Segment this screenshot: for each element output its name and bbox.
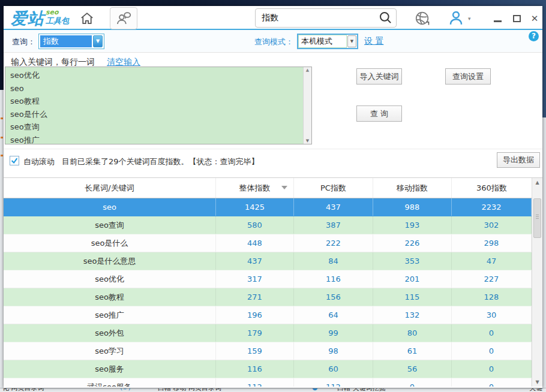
cell-360-index: 0 <box>452 342 532 360</box>
minimize-button[interactable] <box>491 13 504 24</box>
chevron-down-icon[interactable]: ▼ <box>347 35 356 47</box>
cell-pc-index: 112 <box>294 378 373 387</box>
globe-button[interactable] <box>414 10 431 27</box>
home-icon <box>79 11 95 26</box>
cell-overall-index: 580 <box>216 216 294 234</box>
table-row[interactable]: seo外包 179 99 80 0 <box>4 324 532 342</box>
divider <box>4 149 542 149</box>
desktop-artifact <box>1 155 3 156</box>
app-window: 爱站 seo 工具包 <box>4 6 542 388</box>
query-mode-value: 本机模式 <box>298 35 347 48</box>
home-button[interactable] <box>79 11 95 26</box>
scroll-up-icon[interactable]: ▲ <box>532 180 542 185</box>
search-box[interactable]: 指数 <box>255 8 397 28</box>
scroll-down-icon[interactable]: ▼ <box>532 379 542 385</box>
close-icon: ✕ <box>531 14 539 23</box>
person-bubble-icon <box>115 10 133 28</box>
cell-mobile-index: 61 <box>373 342 452 360</box>
cell-360-index: 2232 <box>452 198 532 216</box>
column-header-pc-index[interactable]: PC指数 <box>294 178 373 198</box>
cell-pc-index: 156 <box>294 288 373 306</box>
status-bar: 自动滚动 目前已采集了29个关键词百度指数。【状态：查询完毕】 导出数据 <box>4 151 542 171</box>
query-button[interactable]: 查 询 <box>356 105 402 122</box>
cell-360-index: 302 <box>452 216 532 234</box>
cell-overall-index: 437 <box>216 252 294 270</box>
cell-360-index: 227 <box>452 270 532 288</box>
query-type-select[interactable]: 指数 ▼ <box>38 34 104 49</box>
keyword-textarea[interactable]: seo优化 seo seo教程 seo是什么 seo查询 seo推广 <box>5 67 303 144</box>
background-window-strip: 化 网页目录词(#)白帽 移动 网页目录词●白帽 关键词挖掘关键 <box>0 388 546 392</box>
cell-360-index: 47 <box>452 252 532 270</box>
import-keywords-button[interactable]: 导入关键词 <box>356 68 402 85</box>
cell-pc-index: 222 <box>294 234 373 252</box>
keyword-tool-button[interactable] <box>110 7 137 29</box>
table-row[interactable]: seo推广 196 64 132 30 <box>4 306 532 324</box>
table-row[interactable]: seo查询 580 387 193 302 <box>4 216 532 234</box>
table-row[interactable]: seo教程 271 156 115 128 <box>4 288 532 306</box>
cell-overall-index: 317 <box>216 270 294 288</box>
query-bar: 查询 : 指数 ▼ 查询模式 : 本机模式 ▼ 设 置 ? <box>4 30 542 53</box>
column-header-mobile-index[interactable]: 移动指数 <box>373 178 452 198</box>
maximize-button[interactable] <box>510 13 523 24</box>
cell-overall-index: 448 <box>216 234 294 252</box>
column-header-keyword[interactable]: 长尾词/关键词 <box>4 178 216 198</box>
textarea-scrollbar[interactable]: ▲ ▼ <box>303 67 311 144</box>
cell-keyword: seo优化 <box>4 270 216 288</box>
cell-pc-index: 437 <box>294 198 373 216</box>
cell-keyword: seo推广 <box>4 306 216 324</box>
query-settings-button[interactable]: 查询设置 <box>445 68 491 85</box>
cell-mobile-index: 0 <box>373 378 452 387</box>
desktop-artifact <box>1 137 3 138</box>
table-row[interactable]: 武汉seo服务 112 112 0 0 <box>4 378 532 387</box>
close-button[interactable]: ✕ <box>528 13 541 24</box>
cell-pc-index: 84 <box>294 252 373 270</box>
table-row[interactable]: seo学习 159 98 61 0 <box>4 342 532 360</box>
settings-link[interactable]: 设 置 <box>364 36 383 47</box>
search-icon[interactable] <box>378 10 394 26</box>
export-data-button[interactable]: 导出数据 <box>497 152 540 168</box>
table-row[interactable]: seo是什么意思 437 84 353 47 <box>4 252 532 270</box>
cell-mobile-index: 115 <box>373 288 452 306</box>
cell-mobile-index: 226 <box>373 234 452 252</box>
cell-pc-index: 99 <box>294 324 373 342</box>
cell-pc-index: 98 <box>294 342 373 360</box>
chevron-down-icon[interactable]: ▼ <box>93 35 103 47</box>
results-table: 长尾词/关键词 整体指数 PC指数 移动指数 360指数 seo 1425 43… <box>4 177 542 387</box>
table-header: 长尾词/关键词 整体指数 PC指数 移动指数 360指数 <box>4 178 542 198</box>
query-type-value: 指数 <box>40 35 92 47</box>
cell-keyword: seo查询 <box>4 216 216 234</box>
logo-text-seo: seo <box>46 9 69 16</box>
background-window-fragment: (#) <box>120 388 131 391</box>
cell-keyword: seo <box>4 198 216 216</box>
background-window-fragment: ● <box>312 388 318 391</box>
background-window-fragment: 化 网页目录词 <box>2 388 44 392</box>
cell-overall-index: 116 <box>216 360 294 378</box>
table-scrollbar[interactable]: ▲ ▼ <box>532 178 542 387</box>
autoscroll-checkbox[interactable] <box>10 156 19 165</box>
table-row[interactable]: seo是什么 448 222 226 298 <box>4 234 532 252</box>
column-header-overall-index[interactable]: 整体指数 <box>216 178 294 198</box>
search-input[interactable]: 指数 <box>256 13 378 23</box>
background-window-fragment: 关键 <box>529 388 542 392</box>
user-account-button[interactable] <box>447 9 465 27</box>
scroll-up-icon[interactable]: ▲ <box>304 68 311 73</box>
scroll-down-icon[interactable]: ▼ <box>304 138 311 143</box>
user-dropdown-caret-icon[interactable]: ▾ <box>468 16 471 22</box>
sort-desc-icon[interactable] <box>281 186 287 189</box>
cell-360-index: 0 <box>452 360 532 378</box>
content-area: 输入关键词，每行一词 清空输入 seo优化 seo seo教程 seo是什么 s… <box>4 53 542 387</box>
cell-keyword: seo外包 <box>4 324 216 342</box>
scrollbar-thumb[interactable] <box>533 198 541 238</box>
cell-overall-index: 112 <box>216 378 294 387</box>
cell-overall-index: 179 <box>216 324 294 342</box>
maximize-icon <box>513 15 521 22</box>
desktop-artifact <box>1 117 3 119</box>
table-row[interactable]: seo 1425 437 988 2232 <box>4 198 532 216</box>
query-mode-select[interactable]: 本机模式 ▼ <box>297 34 358 49</box>
column-header-360-index[interactable]: 360指数 <box>452 178 532 198</box>
cell-overall-index: 159 <box>216 342 294 360</box>
table-row[interactable]: seo服务 116 60 56 0 <box>4 360 532 378</box>
query-mode-label: 查询模式 : <box>254 37 291 47</box>
help-button[interactable]: ? <box>529 31 539 41</box>
table-row[interactable]: seo优化 317 116 201 227 <box>4 270 532 288</box>
